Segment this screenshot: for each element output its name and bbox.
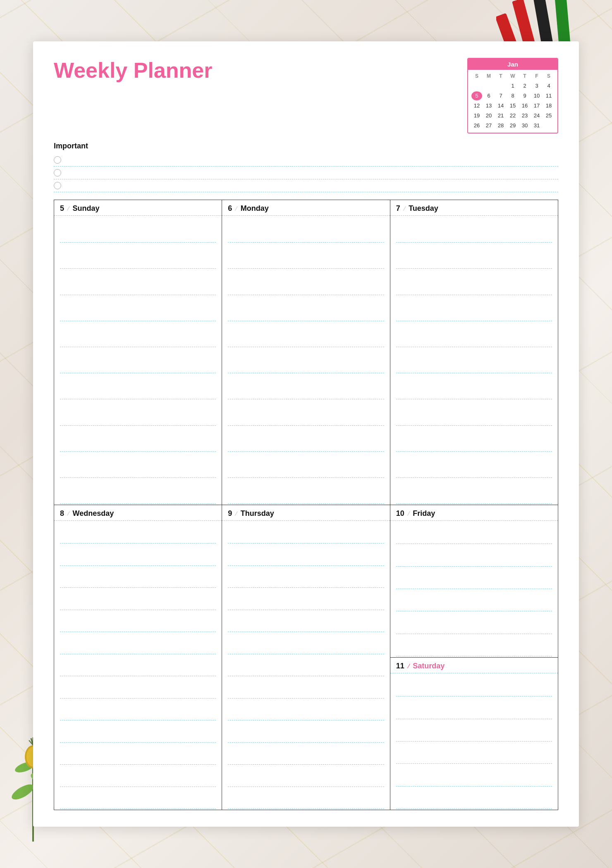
- day-line[interactable]: [396, 373, 552, 399]
- important-line-1: [54, 154, 558, 167]
- day-name-monday: Monday: [241, 204, 269, 213]
- important-section: Important: [54, 142, 558, 192]
- day-line[interactable]: [228, 544, 384, 565]
- day-line[interactable]: [60, 478, 216, 504]
- right-col-bottom: 10 / Friday 11 / Saturday: [390, 505, 558, 810]
- cal-cell: 14: [495, 101, 506, 110]
- day-line[interactable]: [60, 399, 216, 425]
- day-line[interactable]: [228, 566, 384, 588]
- day-line[interactable]: [396, 742, 552, 764]
- day-line[interactable]: [396, 719, 552, 742]
- day-line[interactable]: [228, 426, 384, 452]
- important-checkbox-3[interactable]: [54, 182, 61, 189]
- day-line[interactable]: [60, 787, 216, 809]
- day-line[interactable]: [396, 347, 552, 373]
- day-name-tuesday: Tuesday: [409, 204, 438, 213]
- day-line[interactable]: [228, 765, 384, 787]
- day-line[interactable]: [228, 787, 384, 809]
- day-line[interactable]: [228, 610, 384, 632]
- day-line[interactable]: [60, 544, 216, 565]
- day-line[interactable]: [60, 654, 216, 676]
- day-line[interactable]: [60, 321, 216, 347]
- day-line[interactable]: [228, 743, 384, 765]
- day-line[interactable]: [60, 610, 216, 632]
- cal-cell: 18: [543, 101, 554, 110]
- day-line[interactable]: [396, 522, 552, 544]
- day-line[interactable]: [396, 611, 552, 634]
- cal-cell: [495, 81, 506, 91]
- day-line[interactable]: [228, 632, 384, 654]
- day-line[interactable]: [60, 765, 216, 787]
- day-line[interactable]: [396, 544, 552, 566]
- day-line[interactable]: [396, 674, 552, 696]
- cal-cell: 16: [519, 101, 530, 110]
- day-number-saturday: 11: [396, 662, 404, 670]
- day-line[interactable]: [396, 217, 552, 243]
- day-line[interactable]: [60, 347, 216, 373]
- day-line[interactable]: [60, 269, 216, 295]
- day-line[interactable]: [60, 217, 216, 243]
- day-line[interactable]: [228, 522, 384, 544]
- day-line[interactable]: [396, 567, 552, 589]
- day-line[interactable]: [396, 634, 552, 656]
- day-line[interactable]: [60, 632, 216, 654]
- day-line[interactable]: [396, 426, 552, 452]
- day-line[interactable]: [396, 589, 552, 611]
- day-line[interactable]: [396, 452, 552, 478]
- day-line[interactable]: [228, 588, 384, 610]
- day-line[interactable]: [228, 699, 384, 720]
- day-line[interactable]: [228, 243, 384, 269]
- important-checkbox-2[interactable]: [54, 169, 61, 176]
- day-line[interactable]: [228, 295, 384, 321]
- day-line[interactable]: [60, 452, 216, 478]
- calendar-month-header: Jan: [468, 59, 557, 70]
- cal-cell: 1: [507, 81, 518, 91]
- day-line[interactable]: [60, 522, 216, 544]
- day-line[interactable]: [60, 676, 216, 698]
- day-line[interactable]: [60, 295, 216, 321]
- slash-friday: /: [406, 510, 410, 517]
- day-line[interactable]: [228, 269, 384, 295]
- day-line[interactable]: [228, 720, 384, 742]
- day-line[interactable]: [396, 399, 552, 425]
- day-line[interactable]: [228, 478, 384, 504]
- day-line[interactable]: [228, 654, 384, 676]
- day-line[interactable]: [60, 566, 216, 588]
- day-line[interactable]: [396, 764, 552, 786]
- day-name-saturday: Saturday: [413, 662, 445, 670]
- cal-header-w: W: [507, 72, 518, 81]
- day-line[interactable]: [396, 295, 552, 321]
- calendar-grid: S M T W T F S 1 2 3 4: [468, 70, 557, 133]
- day-header-thursday: 9 / Thursday: [222, 505, 390, 521]
- day-line[interactable]: [396, 321, 552, 347]
- cal-header-m: M: [483, 72, 494, 81]
- day-line[interactable]: [396, 269, 552, 295]
- day-line[interactable]: [228, 217, 384, 243]
- day-line[interactable]: [228, 676, 384, 698]
- day-line[interactable]: [396, 243, 552, 269]
- day-line[interactable]: [60, 699, 216, 720]
- day-line[interactable]: [228, 321, 384, 347]
- day-line[interactable]: [228, 399, 384, 425]
- day-line[interactable]: [60, 373, 216, 399]
- day-line[interactable]: [60, 243, 216, 269]
- day-line[interactable]: [396, 696, 552, 719]
- header-row: Weekly Planner Jan S M T W T F S 1: [54, 58, 558, 134]
- day-line[interactable]: [60, 743, 216, 765]
- day-line[interactable]: [60, 426, 216, 452]
- cal-cell: [483, 81, 494, 91]
- day-line[interactable]: [396, 478, 552, 504]
- day-lines-thursday: [222, 521, 390, 810]
- day-cell-thursday: 9 / Thursday: [222, 505, 390, 810]
- cal-cell: 4: [543, 81, 554, 91]
- day-line[interactable]: [228, 373, 384, 399]
- calendar-week-1: 1 2 3 4: [471, 81, 554, 91]
- page-title: Weekly Planner: [54, 58, 212, 83]
- day-lines-tuesday: [390, 216, 558, 505]
- day-line[interactable]: [60, 720, 216, 742]
- day-line[interactable]: [396, 787, 552, 809]
- important-checkbox-1[interactable]: [54, 156, 61, 164]
- day-line[interactable]: [228, 347, 384, 373]
- day-line[interactable]: [60, 588, 216, 610]
- day-line[interactable]: [228, 452, 384, 478]
